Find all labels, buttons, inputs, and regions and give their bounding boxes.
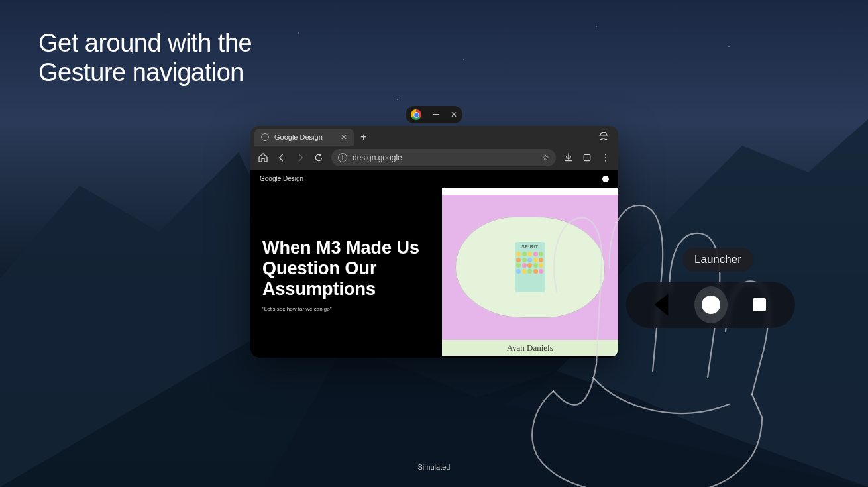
close-icon[interactable]: ✕ [451, 110, 457, 119]
article-title: When M3 Made Us Question Our Assumptions [262, 238, 430, 300]
tab-google-design[interactable]: Google Design ✕ [254, 129, 354, 146]
site-info-icon[interactable]: i [338, 153, 347, 162]
download-icon[interactable] [563, 152, 574, 164]
svg-point-1 [605, 154, 606, 155]
hero-illustration: SPIRIT [442, 195, 618, 340]
headline-line-2: Gesture navigation [38, 58, 244, 86]
simulated-label: Simulated [0, 463, 868, 471]
tabs-icon[interactable] [581, 152, 593, 164]
article-hero: MOMENTS THAT MATTER MOMENTS THAT MATTER … [442, 188, 618, 356]
reload-icon[interactable] [313, 152, 325, 164]
minimize-icon[interactable] [433, 114, 439, 115]
hero-author: Ayan Daniels [442, 340, 618, 356]
page-content: Google Design When M3 Made Us Question O… [250, 170, 618, 358]
profile-icon[interactable] [598, 131, 609, 143]
avatar-icon[interactable] [602, 176, 609, 182]
article-text: When M3 Made Us Question Our Assumptions… [250, 188, 442, 356]
svg-point-3 [605, 160, 606, 162]
favicon-icon [261, 133, 269, 141]
hero-banner-right: MOMENTS THAT MATTER [561, 189, 614, 193]
article-subtitle: "Let's see how far we can go" [262, 306, 430, 312]
tab-close-icon[interactable]: ✕ [341, 133, 347, 142]
chrome-icon [411, 109, 421, 120]
url-text: design.google [353, 153, 402, 162]
headline-line-1: Get around with the [38, 29, 252, 57]
forward-icon [294, 152, 306, 164]
launcher-tooltip: Launcher [682, 248, 753, 272]
nav-recent-button[interactable] [743, 288, 776, 321]
new-tab-button[interactable]: + [360, 131, 366, 143]
home-icon[interactable] [257, 152, 269, 164]
nav-back-button[interactable] [646, 288, 679, 321]
hero-phone: SPIRIT [515, 242, 545, 292]
site-title: Google Design [260, 175, 303, 182]
browser-toolbar: i design.google ☆ [250, 146, 618, 170]
bookmark-star-icon[interactable]: ☆ [542, 153, 549, 162]
site-header: Google Design [250, 170, 618, 188]
window-control-pill[interactable]: ✕ [406, 106, 462, 123]
svg-rect-0 [584, 154, 590, 160]
browser-window: Google Design ✕ + i design.google ☆ [250, 126, 618, 358]
gesture-nav-bar [626, 282, 795, 328]
address-bar[interactable]: i design.google ☆ [331, 149, 556, 166]
menu-icon[interactable] [600, 152, 612, 164]
tab-title: Google Design [274, 133, 323, 141]
back-icon[interactable] [276, 152, 288, 164]
tab-strip: Google Design ✕ + [250, 126, 618, 146]
phone-label: SPIRIT [521, 244, 539, 249]
hero-banner-left: MOMENTS THAT MATTER [446, 189, 500, 193]
svg-point-2 [605, 157, 606, 158]
overlay-headline: Get around with the Gesture navigation [38, 29, 252, 87]
nav-home-button[interactable] [694, 288, 728, 321]
